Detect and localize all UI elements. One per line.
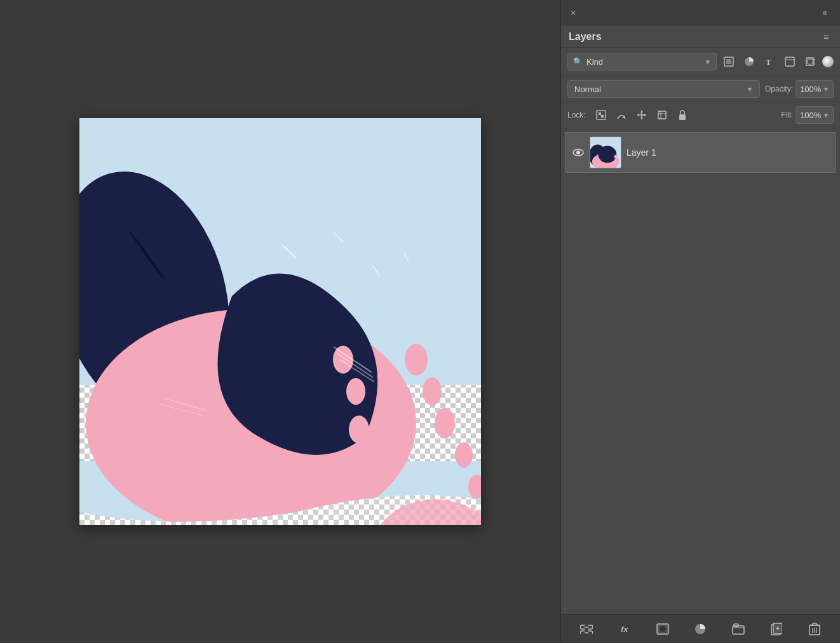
opacity-chevron-icon: ▼: [823, 86, 829, 93]
new-layer-button[interactable]: [768, 620, 785, 638]
svg-point-42: [623, 116, 625, 118]
panel-footer: fx: [561, 614, 840, 643]
svg-point-60: [615, 159, 619, 163]
lock-move-button[interactable]: [634, 107, 649, 123]
blend-opacity-row: Normal ▼ Opacity: 100% ▼: [561, 76, 840, 102]
blend-mode-label: Normal: [574, 85, 601, 94]
svg-rect-38: [808, 59, 813, 64]
panel-header: Layers ≡: [561, 25, 840, 48]
svg-point-12: [337, 451, 356, 478]
svg-point-7: [455, 442, 473, 468]
canvas-wrapper: [79, 118, 481, 525]
lock-icons: [593, 107, 774, 123]
svg-marker-47: [637, 114, 639, 116]
layer-thumbnail: [590, 137, 621, 168]
svg-point-11: [349, 416, 369, 443]
kind-select[interactable]: 🔍 Kind ▼: [567, 53, 717, 71]
search-icon: 🔍: [573, 57, 583, 66]
fill-group: Fill: 100% ▼: [781, 106, 834, 124]
filter-row: 🔍 Kind ▼ T: [561, 48, 840, 76]
svg-rect-66: [733, 626, 744, 634]
fill-label: Fill:: [781, 111, 793, 119]
adjustment-layer-button[interactable]: [691, 620, 709, 638]
svg-point-13: [363, 461, 381, 487]
svg-rect-41: [601, 115, 604, 118]
type-filter-icon[interactable]: T: [761, 53, 778, 70]
filter-mode-circle[interactable]: [822, 56, 834, 67]
svg-rect-49: [658, 111, 666, 119]
svg-rect-35: [785, 57, 794, 66]
link-layers-button[interactable]: [578, 620, 595, 638]
canvas-area: [0, 0, 560, 643]
lock-label: Lock:: [567, 111, 586, 119]
lock-pixels-button[interactable]: [593, 107, 609, 123]
panel-collapse-button[interactable]: «: [816, 7, 834, 18]
svg-marker-48: [644, 114, 646, 116]
svg-point-4: [405, 344, 428, 376]
blend-chevron-icon: ▼: [747, 86, 753, 93]
svg-marker-45: [640, 111, 643, 112]
svg-point-10: [346, 378, 365, 405]
panel-titlebar: × «: [561, 0, 840, 25]
svg-marker-46: [640, 118, 643, 119]
panel-menu-button[interactable]: ≡: [820, 30, 832, 43]
layer-effects-button[interactable]: fx: [616, 620, 633, 638]
layer-name: Layer 1: [627, 147, 829, 158]
lock-row: Lock:: [561, 102, 840, 128]
svg-point-64: [660, 626, 666, 632]
svg-point-58: [598, 146, 616, 163]
blend-mode-select[interactable]: Normal ▼: [567, 80, 760, 98]
layers-panel: × « Layers ≡ 🔍 Kind ▼: [560, 0, 840, 643]
delete-layer-button[interactable]: [806, 620, 823, 638]
filter-icons: T: [721, 53, 834, 70]
lock-paint-button[interactable]: [614, 107, 629, 123]
layer-visibility-toggle[interactable]: [572, 146, 585, 159]
svg-point-5: [423, 377, 442, 405]
opacity-value[interactable]: 100% ▼: [796, 80, 834, 98]
panel-title: Layers: [569, 31, 602, 43]
layers-list: Layer 1: [561, 128, 840, 614]
layer-item[interactable]: Layer 1: [565, 132, 836, 173]
kind-chevron-icon: ▼: [705, 58, 711, 65]
svg-point-54: [576, 151, 580, 154]
smart-object-filter-icon[interactable]: [802, 53, 818, 70]
fill-value[interactable]: 100% ▼: [796, 106, 834, 124]
fill-chevron-icon: ▼: [823, 112, 829, 119]
svg-point-6: [435, 408, 455, 438]
svg-rect-32: [726, 59, 731, 64]
svg-point-9: [333, 346, 353, 374]
opacity-group: Opacity: 100% ▼: [765, 80, 834, 98]
adjustment-filter-icon[interactable]: [741, 53, 757, 70]
svg-rect-52: [679, 114, 686, 120]
lock-artboard-button[interactable]: [654, 107, 670, 123]
new-group-button[interactable]: [729, 620, 747, 638]
svg-rect-40: [599, 112, 601, 115]
panel-close-button[interactable]: ×: [567, 7, 579, 18]
add-mask-button[interactable]: [654, 620, 672, 638]
svg-rect-67: [734, 624, 738, 626]
canvas-artwork: [79, 118, 481, 525]
image-filter-icon[interactable]: [721, 53, 737, 70]
lock-all-button[interactable]: [675, 107, 690, 123]
opacity-label: Opacity:: [765, 85, 793, 93]
svg-point-59: [614, 155, 618, 159]
shape-filter-icon[interactable]: [782, 53, 798, 70]
svg-text:T: T: [766, 57, 771, 67]
